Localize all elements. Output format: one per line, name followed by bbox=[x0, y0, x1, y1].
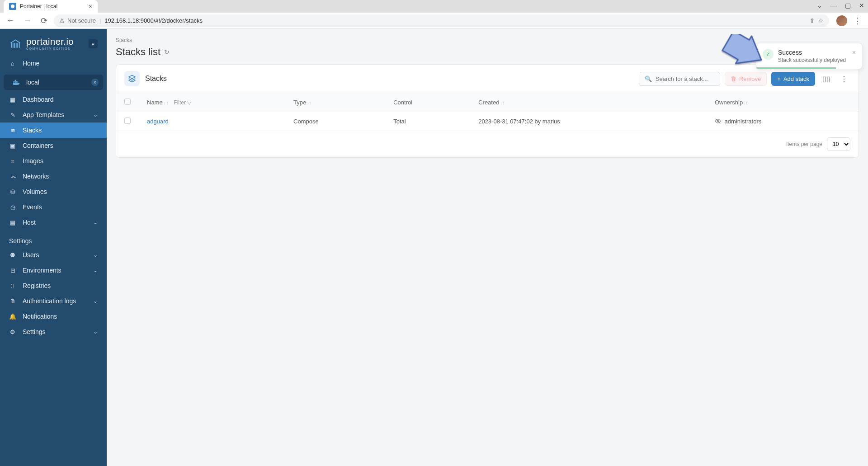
toast-message: Stack successfully deployed bbox=[778, 57, 848, 63]
browser-menu-icon[interactable]: ⋮ bbox=[851, 16, 864, 26]
hdd-icon: ⊟ bbox=[9, 267, 16, 274]
sidebar-item-label: Authentication logs bbox=[23, 297, 76, 305]
table-row: adguard Compose Total 2023-08-31 07:47:0… bbox=[116, 112, 859, 131]
sidebar-item-label: Settings bbox=[23, 328, 46, 335]
breadcrumb[interactable]: Stacks bbox=[116, 37, 859, 43]
back-icon[interactable]: ← bbox=[4, 14, 17, 27]
column-type[interactable]: Type↓↑ bbox=[285, 93, 385, 112]
home-icon: ⌂ bbox=[9, 60, 16, 67]
search-input-wrap[interactable]: 🔍 bbox=[639, 72, 720, 86]
sidebar-item-settings[interactable]: ⚙ Settings ⌄ bbox=[0, 324, 107, 339]
sidebar-item-host[interactable]: ▤ Host ⌄ bbox=[0, 215, 107, 230]
stacks-table: Name↓↑ Filter ▽ Type↓↑ Control Created↓↑… bbox=[116, 93, 859, 131]
sidebar-item-images[interactable]: ≡ Images bbox=[0, 153, 107, 169]
bookmark-star-icon[interactable]: ☆ bbox=[818, 17, 824, 24]
toast-title: Success bbox=[778, 49, 848, 56]
toast-close-icon[interactable]: × bbox=[852, 49, 856, 63]
sidebar-item-environments[interactable]: ⊟ Environments ⌄ bbox=[0, 263, 107, 278]
items-per-page-label: Items per page bbox=[786, 141, 822, 147]
sidebar-item-auth-logs[interactable]: 🗎 Authentication logs ⌄ bbox=[0, 293, 107, 309]
add-stack-button[interactable]: + Add stack bbox=[771, 72, 815, 86]
database-icon: ⛁ bbox=[9, 188, 16, 195]
chevron-down-icon[interactable]: ⌄ bbox=[817, 2, 822, 9]
browser-tab-strip: Portainer | local × ⌄ — ▢ ✕ bbox=[0, 0, 868, 13]
column-name[interactable]: Name↓↑ Filter ▽ bbox=[139, 93, 285, 112]
radio-icon: ⟮⟯ bbox=[9, 282, 16, 289]
minimize-icon[interactable]: — bbox=[830, 2, 837, 9]
list-icon: ≡ bbox=[9, 158, 16, 165]
sidebar-item-app-templates[interactable]: ✎ App Templates ⌄ bbox=[0, 107, 107, 122]
stack-name-link[interactable]: adguard bbox=[147, 118, 169, 125]
cell-ownership: administrators bbox=[707, 112, 859, 131]
divider: | bbox=[99, 17, 101, 24]
sidebar-item-home[interactable]: ⌂ Home bbox=[0, 56, 107, 71]
favicon-icon bbox=[9, 3, 16, 10]
tab-close-icon[interactable]: × bbox=[89, 3, 92, 9]
sidebar-item-label: Dashboard bbox=[23, 96, 54, 103]
reload-icon[interactable]: ⟳ bbox=[38, 14, 50, 28]
check-circle-icon: ✓ bbox=[763, 49, 774, 60]
sidebar-item-volumes[interactable]: ⛁ Volumes bbox=[0, 184, 107, 199]
search-input[interactable] bbox=[656, 75, 714, 82]
maximize-icon[interactable]: ▢ bbox=[845, 2, 851, 9]
refresh-icon[interactable]: ↻ bbox=[164, 48, 170, 56]
chevron-down-icon: ⌄ bbox=[93, 298, 98, 304]
trash-icon: 🗑 bbox=[731, 75, 736, 82]
svg-rect-2 bbox=[15, 81, 16, 83]
chevron-down-icon: ⌄ bbox=[93, 112, 98, 118]
items-per-page-select[interactable]: 10 bbox=[827, 137, 850, 151]
sidebar-item-notifications[interactable]: 🔔 Notifications bbox=[0, 309, 107, 324]
close-window-icon[interactable]: ✕ bbox=[859, 2, 864, 9]
sidebar-item-environment[interactable]: local × bbox=[4, 75, 103, 90]
collapse-sidebar-button[interactable]: « bbox=[89, 39, 98, 48]
sidebar-item-networks[interactable]: ⫘ Networks bbox=[0, 169, 107, 184]
column-ownership[interactable]: Ownership↓↑ bbox=[707, 93, 859, 112]
share-icon[interactable]: ⇧ bbox=[810, 17, 815, 24]
sidebar-item-stacks[interactable]: ≋ Stacks bbox=[0, 122, 107, 138]
row-checkbox[interactable] bbox=[124, 118, 131, 124]
sidebar-item-label: App Templates bbox=[23, 111, 64, 118]
sidebar-item-label: Containers bbox=[23, 142, 53, 149]
sidebar-section-heading: Settings bbox=[0, 230, 107, 247]
forward-icon[interactable]: → bbox=[21, 14, 34, 27]
main-content: Stacks Stacks list ↻ Stacks 🔍 🗑 Rem bbox=[107, 29, 868, 466]
filter-link[interactable]: Filter ▽ bbox=[174, 99, 191, 106]
env-close-icon[interactable]: × bbox=[91, 79, 99, 86]
svg-rect-3 bbox=[16, 81, 18, 83]
remove-button[interactable]: 🗑 Remove bbox=[725, 72, 767, 86]
grid-icon: ▦ bbox=[9, 96, 16, 103]
browser-tab[interactable]: Portainer | local × bbox=[4, 0, 98, 13]
sort-desc-icon: ↓ bbox=[164, 101, 166, 105]
sidebar-item-label: Events bbox=[23, 203, 42, 211]
docker-icon bbox=[13, 80, 20, 85]
more-menu-icon[interactable]: ⋮ bbox=[838, 72, 850, 86]
security-indicator[interactable]: ⚠ Not secure bbox=[59, 17, 96, 24]
sidebar: portainer.io COMMUNITY EDITION « ⌂ Home … bbox=[0, 29, 107, 466]
profile-avatar[interactable] bbox=[836, 15, 847, 26]
sidebar-item-label: Host bbox=[23, 219, 36, 226]
file-icon: 🗎 bbox=[9, 298, 16, 305]
environment-name: local bbox=[26, 79, 39, 86]
table-header-row: Name↓↑ Filter ▽ Type↓↑ Control Created↓↑… bbox=[116, 93, 859, 112]
chevron-down-icon: ⌄ bbox=[93, 252, 98, 258]
sidebar-item-containers[interactable]: ▣ Containers bbox=[0, 138, 107, 153]
sort-asc-icon: ↑ bbox=[166, 101, 169, 105]
select-all-checkbox[interactable] bbox=[124, 99, 131, 105]
card-header: Stacks 🔍 🗑 Remove + Add stack ▯▯ bbox=[116, 65, 859, 93]
users-icon: ⚉ bbox=[9, 252, 16, 259]
window-controls: ⌄ — ▢ ✕ bbox=[817, 2, 864, 9]
sidebar-item-dashboard[interactable]: ▦ Dashboard bbox=[0, 92, 107, 107]
sidebar-item-users[interactable]: ⚉ Users ⌄ bbox=[0, 247, 107, 263]
column-created[interactable]: Created↓↑ bbox=[470, 93, 707, 112]
columns-icon[interactable]: ▯▯ bbox=[820, 72, 833, 86]
sidebar-item-label: Home bbox=[23, 60, 39, 67]
security-label: Not secure bbox=[67, 17, 96, 24]
url-bar[interactable]: ⚠ Not secure | 192.168.1.18:9000/#!/2/do… bbox=[54, 14, 829, 27]
column-control[interactable]: Control bbox=[385, 93, 470, 112]
sidebar-item-events[interactable]: ◷ Events bbox=[0, 199, 107, 215]
brand-logo[interactable]: portainer.io COMMUNITY EDITION « bbox=[0, 29, 107, 56]
share-nodes-icon: ⫘ bbox=[9, 173, 16, 180]
svg-rect-1 bbox=[13, 81, 14, 83]
chevron-down-icon: ⌄ bbox=[93, 329, 98, 335]
sidebar-item-registries[interactable]: ⟮⟯ Registries bbox=[0, 278, 107, 293]
